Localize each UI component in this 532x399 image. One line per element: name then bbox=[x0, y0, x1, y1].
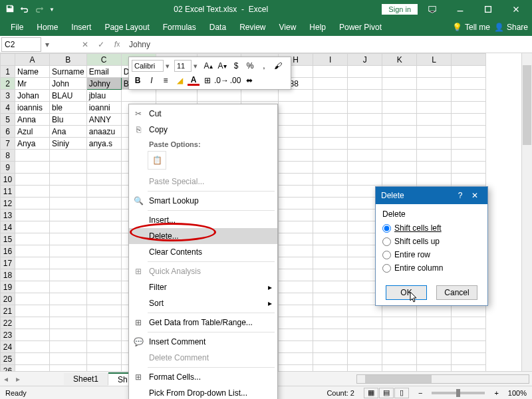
cell-D3[interactable] bbox=[121, 90, 156, 102]
cell-K24[interactable] bbox=[382, 341, 417, 353]
cell-C1[interactable]: Email bbox=[86, 66, 121, 78]
cell-J6[interactable] bbox=[348, 126, 382, 138]
cell-E3[interactable] bbox=[156, 90, 197, 102]
cell-H17[interactable] bbox=[279, 257, 313, 269]
cell-H16[interactable] bbox=[279, 245, 313, 257]
cell-H22[interactable] bbox=[279, 317, 313, 329]
cell-C22[interactable] bbox=[86, 317, 121, 329]
cell-A2[interactable]: Mr bbox=[15, 78, 50, 90]
cell-H19[interactable] bbox=[279, 281, 313, 293]
cell-L1[interactable] bbox=[417, 66, 452, 78]
cell-J3[interactable] bbox=[348, 90, 382, 102]
help-icon[interactable]: ? bbox=[453, 191, 467, 200]
sign-in-button[interactable]: Sign in bbox=[382, 4, 418, 15]
cell-K8[interactable] bbox=[382, 150, 417, 162]
cell-I13[interactable] bbox=[313, 209, 348, 221]
cell-A20[interactable] bbox=[15, 293, 50, 305]
cell-C19[interactable] bbox=[86, 281, 121, 293]
cell-B19[interactable] bbox=[50, 281, 87, 293]
fx-icon[interactable]: fx bbox=[109, 37, 125, 52]
zoom-slider[interactable] bbox=[432, 392, 485, 394]
menu-filter[interactable]: Filter▸ bbox=[129, 279, 277, 295]
cell-A1[interactable]: Name bbox=[15, 66, 50, 78]
cell-B18[interactable] bbox=[50, 269, 87, 281]
cell-I24[interactable] bbox=[313, 341, 348, 353]
cell-B15[interactable] bbox=[50, 233, 87, 245]
save-icon[interactable] bbox=[5, 4, 15, 15]
cell-I16[interactable] bbox=[313, 245, 348, 257]
cell-H12[interactable] bbox=[279, 198, 313, 209]
menu-get-data[interactable]: ⊞Get Data from Table/Range... bbox=[129, 315, 277, 331]
row-header-5[interactable]: 5 bbox=[1, 114, 15, 126]
cell-I15[interactable] bbox=[313, 233, 348, 245]
comma-format-icon[interactable]: , bbox=[258, 60, 270, 72]
cell-J4[interactable] bbox=[348, 102, 382, 114]
cell-I19[interactable] bbox=[313, 281, 348, 293]
cell-L5[interactable] bbox=[417, 114, 452, 126]
cell-A17[interactable] bbox=[15, 257, 50, 269]
cell-J9[interactable] bbox=[348, 162, 382, 174]
row-header-11[interactable]: 11 bbox=[1, 186, 15, 198]
cell-J8[interactable] bbox=[348, 150, 382, 162]
menu-insert-comment[interactable]: 💬Insert Comment bbox=[129, 334, 277, 350]
cell-K7[interactable] bbox=[382, 138, 417, 150]
cell-A18[interactable] bbox=[15, 269, 50, 281]
cell-C20[interactable] bbox=[86, 293, 121, 305]
row-header-9[interactable]: 9 bbox=[1, 162, 15, 174]
cell-B20[interactable] bbox=[50, 293, 87, 305]
tab-data[interactable]: Data bbox=[203, 20, 233, 35]
cell-C24[interactable] bbox=[86, 341, 121, 353]
font-color-icon[interactable]: A bbox=[188, 76, 200, 86]
cell-J24[interactable] bbox=[348, 341, 382, 353]
cell-K22[interactable] bbox=[382, 317, 417, 329]
menu-smart-lookup[interactable]: 🔍Smart Lookup bbox=[129, 193, 277, 209]
cell-H9[interactable] bbox=[279, 162, 313, 174]
cell-J7[interactable] bbox=[348, 138, 382, 150]
menu-cut[interactable]: ✂Cut bbox=[129, 106, 277, 122]
cell-K3[interactable] bbox=[382, 90, 417, 102]
row-header-8[interactable]: 8 bbox=[1, 150, 15, 162]
row-header-2[interactable]: 2 bbox=[1, 78, 15, 90]
row-header-16[interactable]: 16 bbox=[1, 245, 15, 257]
cell-A15[interactable] bbox=[15, 233, 50, 245]
cell-J22[interactable] bbox=[348, 317, 382, 329]
tab-power-pivot[interactable]: Power Pivot bbox=[332, 20, 388, 35]
increase-decimal-icon[interactable]: .0→ bbox=[215, 74, 227, 86]
cell-B23[interactable] bbox=[50, 329, 87, 341]
cell-I14[interactable] bbox=[313, 221, 348, 233]
close-icon[interactable] bbox=[503, 0, 529, 19]
name-box[interactable]: C2 bbox=[1, 37, 41, 52]
cell-B16[interactable] bbox=[50, 245, 87, 257]
menu-delete[interactable]: Delete... bbox=[129, 228, 277, 244]
cell-K6[interactable] bbox=[382, 126, 417, 138]
cell-C23[interactable] bbox=[86, 329, 121, 341]
underline-icon[interactable]: ≡ bbox=[160, 74, 172, 86]
menu-pick-dropdown[interactable]: Pick From Drop-down List... bbox=[129, 385, 277, 399]
tab-help[interactable]: Help bbox=[303, 20, 332, 35]
cell-B1[interactable]: Surname bbox=[50, 66, 87, 78]
cell-C10[interactable] bbox=[86, 174, 121, 186]
cell-H11[interactable] bbox=[279, 186, 313, 198]
cell-C2[interactable]: Johny bbox=[86, 78, 121, 90]
cell-H26[interactable] bbox=[279, 365, 313, 372]
row-header-10[interactable]: 10 bbox=[1, 174, 15, 186]
option-entire-column[interactable]: Entire column bbox=[382, 261, 481, 275]
font-picker[interactable]: Calibri bbox=[132, 60, 164, 72]
cell-H18[interactable] bbox=[279, 269, 313, 281]
cell-F3[interactable] bbox=[198, 90, 241, 102]
dialog-titlebar[interactable]: Delete ? ✕ bbox=[376, 187, 487, 204]
cell-G3[interactable] bbox=[241, 90, 279, 102]
cell-L26[interactable] bbox=[417, 365, 452, 372]
cell-C9[interactable] bbox=[86, 162, 121, 174]
cell-J10[interactable] bbox=[348, 174, 382, 186]
tell-me[interactable]: 💡 Tell me bbox=[452, 23, 490, 32]
cell-K23[interactable] bbox=[382, 329, 417, 341]
cell-A22[interactable] bbox=[15, 317, 50, 329]
vertical-scrollbar[interactable] bbox=[521, 53, 532, 371]
cell-K2[interactable] bbox=[382, 78, 417, 90]
row-header-12[interactable]: 12 bbox=[1, 198, 15, 209]
cell-B17[interactable] bbox=[50, 257, 87, 269]
cell-L2[interactable] bbox=[417, 78, 452, 90]
cell-J21[interactable] bbox=[348, 305, 382, 317]
row-header-24[interactable]: 24 bbox=[1, 341, 15, 353]
